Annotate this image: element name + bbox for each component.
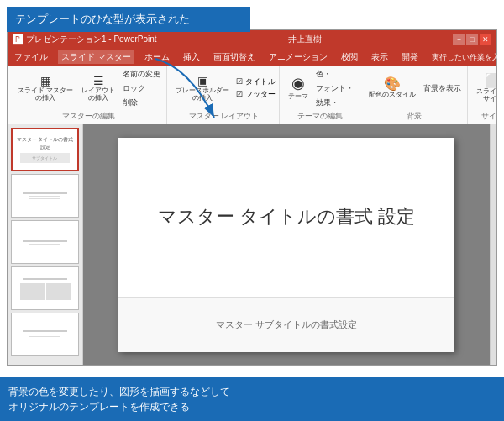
ribbon-group-theme: ◉ テーマ 色・ フォント・ 効果・ テーマの編集	[281, 66, 360, 124]
ribbon-btn-insert-master[interactable]: ▦ スライド マスターの挿入	[14, 73, 76, 104]
theme-icon: ◉	[291, 76, 305, 91]
ribbon-btn-hide-bg[interactable]: 背景を表示	[421, 82, 464, 95]
ribbon-btn-theme[interactable]: ◉ テーマ	[285, 74, 312, 103]
bottom-annotation-box: 背景の色を変更したり、図形を描画するなどして オリジナルのテンプレートを作成でき…	[0, 377, 504, 421]
slide-title-area[interactable]: マスター タイトルの書式 設定	[118, 138, 454, 297]
ribbon-group-master-edit: ▦ スライド マスターの挿入 ☰ レイアウトの挿入 名前の変更 ロック 削除 マ…	[11, 66, 167, 124]
ribbon-group-label-background: 背景	[365, 109, 464, 122]
slide-title-text: マスター タイトルの書式 設定	[158, 205, 415, 229]
menu-dev[interactable]: 開発	[398, 50, 422, 64]
thumb-line-3	[29, 198, 61, 199]
thumb-line-5b	[29, 334, 61, 334]
insert-layout-icon: ☰	[93, 75, 104, 87]
top-annotation-text: テンプレートのひな型が表示された	[15, 13, 190, 25]
thumb-line-5a	[23, 330, 67, 332]
minimize-button[interactable]: －	[453, 34, 465, 45]
vertical-scrollbar[interactable]	[490, 124, 496, 365]
footer-checkbox[interactable]: ☑ フッター	[236, 89, 276, 100]
menu-view[interactable]: 表示	[368, 50, 391, 64]
thumb-line-5d	[29, 339, 61, 339]
top-annotation-box: テンプレートのひな型が表示された	[7, 7, 250, 32]
menu-file[interactable]: ファイル	[11, 50, 51, 64]
menu-slide-master[interactable]: スライド マスター	[58, 50, 134, 64]
title-checkbox[interactable]: ☑ タイトル	[236, 76, 276, 87]
app-icon: 🅿	[13, 34, 23, 45]
ribbon-group-background: 🎨 配色のスタイル 背景を表示 背景	[362, 66, 468, 124]
slide-thumb-1[interactable]: マスター タイトルの書式設定 サブタイトル	[11, 128, 79, 171]
slide-thumb-content-3	[12, 221, 78, 263]
close-button[interactable]: ✕	[480, 34, 491, 45]
slide-editor: マスター タイトルの書式 設定 マスター サブタイトルの書式設定	[83, 124, 490, 365]
ribbon: ▦ スライド マスターの挿入 ☰ レイアウトの挿入 名前の変更 ロック 削除 マ…	[8, 66, 496, 124]
ribbon-btn-bg-style[interactable]: 🎨 配色のスタイル	[365, 76, 419, 101]
menu-home[interactable]: ホーム	[141, 50, 173, 64]
ribbon-btn-lock[interactable]: ロック	[120, 82, 163, 95]
ribbon-row-theme: ◉ テーマ 色・ フォント・ 効果・	[285, 67, 356, 109]
menu-animations[interactable]: アニメーション	[265, 50, 331, 64]
ribbon-btn-rename[interactable]: 名前の変更	[120, 68, 163, 81]
ribbon-btn-fonts[interactable]: フォント・	[313, 82, 356, 95]
window-controls[interactable]: － □ ✕	[453, 34, 491, 45]
ribbon-btn-delete[interactable]: 削除	[120, 97, 163, 109]
slide-thumb-3[interactable]	[11, 220, 79, 264]
menu-bar: ファイル スライド マスター ホーム 挿入 画面切替え アニメーション 校閲 表…	[8, 49, 496, 66]
thumb-line-3b	[29, 244, 61, 245]
slide-thumb-content-1: マスター タイトルの書式設定 サブタイトル	[13, 129, 77, 170]
ribbon-btn-slide-size[interactable]: ⬜ スライドのサイズ	[473, 72, 496, 105]
menu-review[interactable]: 校閲	[338, 50, 361, 64]
ribbon-group-label-size: サイズ	[473, 109, 496, 122]
menu-search[interactable]: 実行したい作業を入力してください	[428, 51, 504, 64]
user-name-area: 井上直樹	[288, 34, 322, 45]
thumb-line-3a	[23, 240, 67, 242]
bottom-annotation-line2: オリジナルのテンプレートを作成できる	[8, 399, 496, 414]
ribbon-group-label-theme: テーマの編集	[285, 109, 356, 122]
insert-master-icon: ▦	[40, 75, 51, 87]
slide-thumb-2[interactable]	[11, 174, 79, 218]
slide-thumb-content-4	[12, 267, 78, 309]
ribbon-btn-placeholder[interactable]: ▣ プレースホルダーの挿入	[172, 73, 233, 104]
user-name: 井上直樹	[288, 34, 322, 45]
ribbon-row-size: ⬜ スライドのサイズ	[473, 67, 496, 109]
slide-size-icon: ⬜	[485, 74, 496, 87]
slide-subtitle-area[interactable]: マスター サブタイトルの書式設定	[118, 297, 454, 352]
slide-thumb-5[interactable]	[11, 313, 79, 356]
slide-thumb-4[interactable]	[11, 266, 79, 310]
thumb-line-1	[23, 192, 67, 194]
main-area: マスター タイトルの書式設定 サブタイトル	[8, 124, 496, 365]
ribbon-group-size: ⬜ スライドのサイズ サイズ	[470, 66, 496, 124]
slide-subtitle-text: マスター サブタイトルの書式設定	[216, 318, 357, 331]
title-bar: 🅿 プレゼンテーション1 - PowerPoint 井上直樹 － □ ✕	[8, 30, 496, 49]
ribbon-btn-colors[interactable]: 色・	[313, 68, 356, 81]
menu-transitions[interactable]: 画面切替え	[210, 50, 259, 64]
title-bar-left: 🅿 プレゼンテーション1 - PowerPoint	[13, 34, 157, 45]
thumb-line-5c	[29, 336, 61, 337]
window-title: プレゼンテーション1 - PowerPoint	[26, 34, 157, 45]
thumb-line-4a	[23, 278, 67, 280]
ribbon-row-background: 🎨 配色のスタイル 背景を表示	[365, 67, 464, 109]
ppt-window: 🅿 プレゼンテーション1 - PowerPoint 井上直樹 － □ ✕ ファイ…	[7, 29, 497, 366]
ribbon-group-label-master: マスターの編集	[14, 109, 163, 122]
ribbon-btn-insert-layout[interactable]: ☰ レイアウトの挿入	[78, 73, 118, 104]
slide-panel: マスター タイトルの書式設定 サブタイトル	[8, 124, 83, 365]
ribbon-group-label-layout: マスター レイアウト	[172, 109, 276, 122]
bg-style-icon: 🎨	[384, 77, 401, 91]
slide-thumb-content-5	[12, 313, 78, 355]
menu-insert[interactable]: 挿入	[180, 50, 203, 64]
placeholder-icon: ▣	[197, 75, 208, 87]
bottom-annotation-line1: 背景の色を変更したり、図形を描画するなどして	[8, 384, 496, 399]
ribbon-group-master-layout: ▣ プレースホルダーの挿入 ☑ タイトル ☑ フッター マスター レイアウト	[169, 66, 280, 124]
thumb-line-2	[29, 196, 61, 197]
slide-canvas: マスター タイトルの書式 設定 マスター サブタイトルの書式設定	[118, 138, 454, 352]
maximize-button[interactable]: □	[466, 34, 478, 45]
ribbon-btn-effects[interactable]: 効果・	[313, 97, 356, 109]
ribbon-row-layout: ▣ プレースホルダーの挿入 ☑ タイトル ☑ フッター	[172, 67, 276, 109]
ribbon-row-master: ▦ スライド マスターの挿入 ☰ レイアウトの挿入 名前の変更 ロック 削除	[14, 67, 163, 109]
slide-thumb-content-2	[12, 175, 78, 217]
